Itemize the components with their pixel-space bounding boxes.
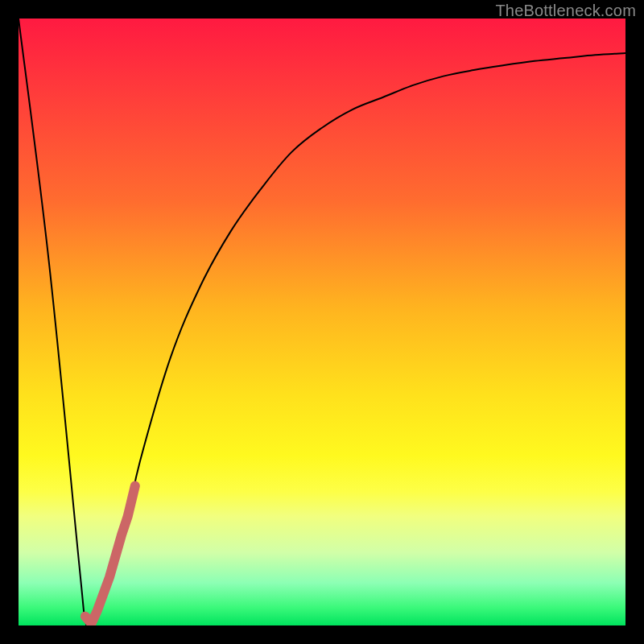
plot-area [19, 19, 625, 625]
highlight-segment [85, 486, 135, 624]
chart-frame: TheBottleneck.com [0, 0, 644, 644]
curve-layer [19, 19, 625, 625]
watermark-text: TheBottleneck.com [495, 2, 636, 20]
bottleneck-curve [19, 19, 625, 625]
